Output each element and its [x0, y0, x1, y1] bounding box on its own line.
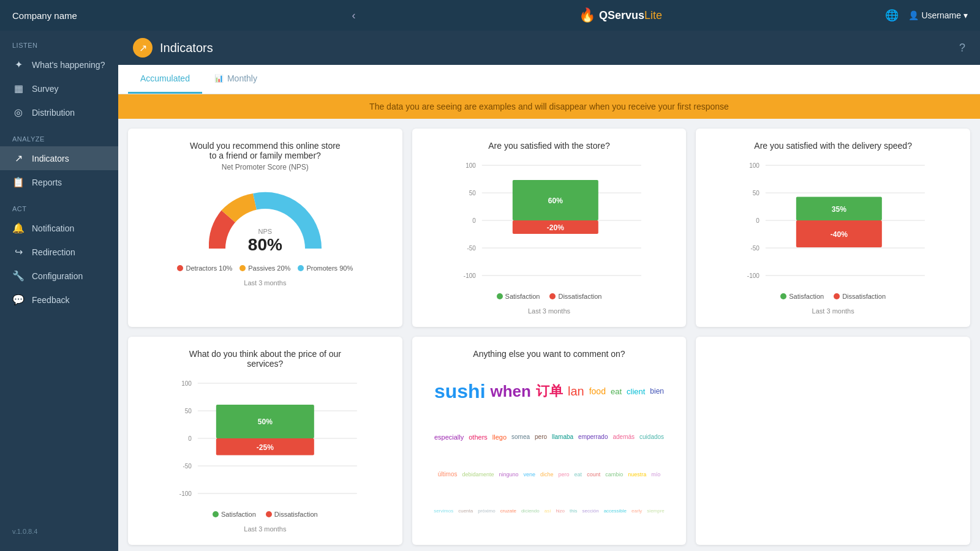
tab-accumulated[interactable]: Accumulated	[128, 65, 202, 94]
page-title: Indicators	[160, 41, 213, 55]
svg-text:0: 0	[472, 217, 476, 224]
indicators-icon: ↗	[12, 152, 24, 164]
nav-arrow[interactable]: ‹	[352, 9, 355, 22]
nps-value: 80%	[248, 235, 282, 254]
word-cloud-word: además	[611, 432, 636, 441]
word-cloud-word: mío	[650, 470, 662, 479]
price-chart-area: 100 50 0 -50 -100 50% -25%	[140, 371, 390, 533]
content-area: ↗ Indicators ? Accumulated 📊 Monthly The…	[118, 31, 980, 551]
company-name: Company name	[12, 10, 129, 21]
username-label: Username	[921, 10, 961, 20]
reports-icon: 📋	[12, 176, 24, 188]
delivery-dissat-legend: Dissatisfaction	[834, 293, 886, 300]
promoters-legend: Promoters 90%	[298, 264, 353, 272]
price-opinion-card: What do you think about the price of our…	[128, 337, 402, 545]
nps-card-subtitle: Net Promoter Score (NPS)	[140, 163, 390, 171]
sidebar-item-distribution[interactable]: ◎ Distribution	[0, 100, 118, 124]
svg-text:100: 100	[181, 380, 192, 387]
globe-icon[interactable]: 🌐	[885, 9, 899, 22]
word-cloud-word: hizo	[554, 507, 566, 515]
svg-text:-50: -50	[751, 245, 760, 252]
sidebar-item-label: Feedback	[32, 295, 69, 305]
word-cloud: sushiwhen订单lanfoodeatclientbienespeciall…	[424, 361, 674, 533]
whats-happening-icon: ✦	[12, 59, 24, 70]
svg-text:50%: 50%	[258, 418, 273, 426]
tab-accumulated-label: Accumulated	[140, 73, 190, 83]
sat-dot	[497, 293, 503, 299]
logo: 🔥 QServusLite	[579, 7, 662, 23]
delivery-bar-chart: 100 50 0 -50 -100 35% -40%	[708, 153, 958, 288]
store-bar-legend: Satisfaction Dissatisfaction	[424, 293, 674, 300]
passives-label: Passives 20%	[248, 264, 290, 272]
word-cloud-word: debidamente	[461, 470, 495, 479]
nps-text: NPS	[248, 228, 282, 235]
passives-dot	[239, 265, 246, 271]
word-cloud-word: food	[588, 385, 607, 397]
page-header: ↗ Indicators ?	[118, 31, 980, 65]
redirection-icon: ↪	[12, 246, 24, 258]
sidebar-item-reports[interactable]: 📋 Reports	[0, 170, 118, 194]
price-bar-legend: Satisfaction Dissatisfaction	[140, 511, 390, 518]
word-cloud-word: others	[467, 432, 489, 442]
info-banner: The data you are seeing are examples and…	[118, 94, 980, 119]
sidebar-item-survey[interactable]: ▦ Survey	[0, 77, 118, 100]
nps-card: Would you recommend this online storeto …	[128, 129, 402, 327]
word-cloud-word: sección	[581, 507, 600, 515]
sidebar-item-whats-happening[interactable]: ✦ What's happening?	[0, 53, 118, 77]
sidebar-item-label: Notification	[32, 223, 74, 233]
nps-gauge-container: NPS 80% Detractors 10% Passives 20%	[140, 181, 390, 272]
sidebar-item-feedback[interactable]: 💬 Feedback	[0, 288, 118, 312]
word-cloud-word: llego	[491, 432, 508, 442]
svg-text:100: 100	[466, 162, 476, 169]
sidebar-item-notification[interactable]: 🔔 Notification	[0, 216, 118, 240]
delivery-sat-label: Satisfaction	[789, 293, 824, 300]
word-cloud-word: pero	[557, 470, 571, 479]
notification-icon: 🔔	[12, 222, 24, 234]
feedback-icon: 💬	[12, 294, 24, 305]
dissat-legend: Dissatisfaction	[549, 293, 601, 300]
word-cloud-word: servimos	[432, 507, 454, 515]
svg-text:-50: -50	[183, 463, 192, 470]
comments-card: Anything else you want to comment on? su…	[412, 337, 687, 545]
page-header-left: ↗ Indicators	[133, 38, 213, 58]
word-cloud-word: diciendo	[520, 507, 541, 515]
version-label: v.1.0.8.4	[0, 518, 118, 545]
word-cloud-word: cuidados	[638, 432, 665, 441]
help-icon[interactable]: ?	[959, 42, 965, 54]
sidebar-item-redirection[interactable]: ↪ Redirection	[0, 240, 118, 264]
price-sat-dot	[213, 511, 219, 517]
main-layout: Listen ✦ What's happening? ▦ Survey ◎ Di…	[0, 31, 980, 551]
word-cloud-word: count	[586, 470, 601, 479]
sidebar-item-label: Distribution	[32, 108, 75, 118]
delivery-chart-area: 100 50 0 -50 -100 35% -40%	[708, 153, 958, 315]
word-cloud-word: últimos	[437, 470, 459, 479]
configuration-icon: 🔧	[12, 270, 24, 282]
dissat-label: Dissatisfaction	[558, 293, 601, 300]
word-cloud-word: nuestra	[627, 470, 647, 479]
price-sat-legend: Satisfaction	[213, 511, 256, 518]
svg-text:0: 0	[188, 435, 192, 442]
svg-text:-40%: -40%	[831, 230, 848, 239]
user-dropdown-arrow: ▾	[963, 10, 968, 20]
sat-label: Satisfaction	[505, 293, 540, 300]
nps-card-footer: Last 3 months	[140, 279, 390, 287]
delivery-bar-legend: Satisfaction Dissatisfaction	[708, 293, 958, 300]
sat-legend: Satisfaction	[497, 293, 540, 300]
store-bar-chart: 100 50 0 -50 -100 60% -20%	[424, 153, 674, 288]
sidebar-item-label: Reports	[32, 178, 62, 187]
word-cloud-word: early	[630, 507, 643, 515]
sidebar-item-indicators[interactable]: ↗ Indicators	[0, 146, 118, 170]
price-bar-chart: 100 50 0 -50 -100 50% -25%	[140, 371, 390, 506]
user-menu[interactable]: 👤 Username ▾	[908, 10, 968, 20]
delivery-dissat-label: Dissatisfaction	[842, 293, 886, 300]
tab-monthly[interactable]: 📊 Monthly	[202, 65, 270, 94]
nps-gauge-wrapper: NPS 80%	[198, 181, 333, 255]
page-header-icon: ↗	[133, 38, 153, 58]
sidebar: Listen ✦ What's happening? ▦ Survey ◎ Di…	[0, 31, 118, 551]
promoters-label: Promoters 90%	[306, 264, 353, 272]
comments-card-title: Anything else you want to comment on?	[424, 349, 674, 359]
word-cloud-word: eat	[573, 470, 584, 479]
sidebar-item-configuration[interactable]: 🔧 Configuration	[0, 264, 118, 288]
price-opinion-title: What do you think about the price of our…	[140, 349, 390, 369]
detractors-dot	[177, 265, 183, 271]
